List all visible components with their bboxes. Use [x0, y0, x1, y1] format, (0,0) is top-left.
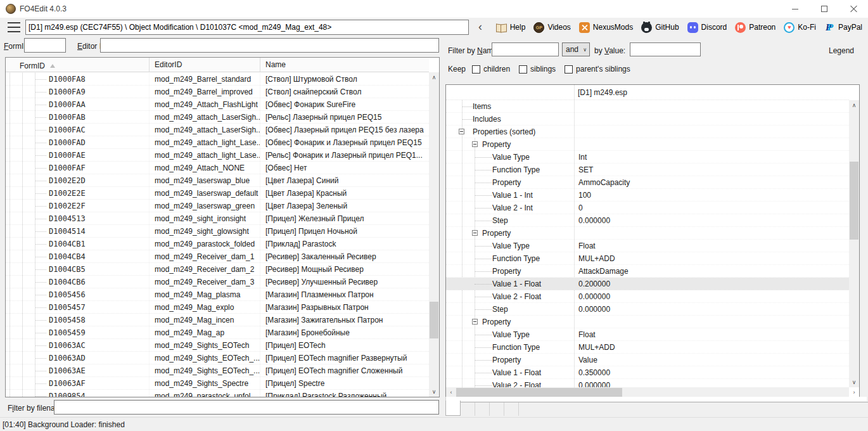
[Ствол] снайперский Ствол[interactable]: D1000FA9 mod_m249_Barrel_improved [Ствол… [6, 86, 429, 98]
[Рельс] Фонарик и Лазерный прицел PEQ1...[interactable]: D1000FAE mod_m249_attach_light_Lase... [… [6, 149, 429, 162]
[Прицел] Железный Прицел[interactable]: D1004513 mod_m249_sight_ironsight [Прице… [6, 212, 429, 225]
[Магазин] Бронебойные[interactable]: D1005459 mod_m249_Mag_ap [Магазин] Броне… [6, 326, 429, 339]
tree-row[interactable]: PropertyAttackDamage [446, 265, 849, 278]
maximize-button[interactable] [810, 0, 839, 18]
[Обвес] Фонарик SureFire[interactable]: D1000FAA mod_m249_Attach_FlashLight [Обв… [6, 98, 429, 111]
tree-row[interactable]: Property [446, 138, 849, 151]
tree-row[interactable]: Step0.000000 [446, 303, 849, 316]
[Цвет Лазера] Зеленый[interactable]: D1002E2F mod_m249_laserswap_green [Цвет … [6, 200, 429, 212]
scroll-down-icon[interactable]: ∨ [429, 387, 439, 397]
tree-row[interactable]: Function TypeMUL+ADD [446, 252, 849, 265]
tree-row[interactable]: Value TypeFloat [446, 240, 849, 252]
scroll-down-icon[interactable]: ∨ [849, 377, 859, 387]
[Рельс] Лазерный прицел PEQ15[interactable]: D1000FAB mod_m249_attach_LaserSigh... [Р… [6, 111, 429, 124]
kofi-link[interactable]: Ko-Fi [784, 22, 816, 33]
tree-row[interactable]: Value 2 - Float0.000000 [446, 290, 849, 303]
tab[interactable] [461, 402, 475, 416]
column-header-formid[interactable]: FormID [6, 58, 149, 72]
[Обвес] Лазерный прицел PEQ15 без лазера[interactable]: D1000FAC mod_m249_attach_LaserSigh... [О… [6, 124, 429, 136]
filter-by-filename-input[interactable] [54, 400, 439, 415]
tree-row[interactable]: Value TypeInt [446, 151, 849, 164]
keep-checkbox[interactable]: children [472, 65, 510, 74]
tree-row[interactable]: Function TypeSET [446, 164, 849, 176]
tree-row[interactable]: Value 1 - Float0.350000 [446, 366, 849, 379]
collapse-toggle-icon[interactable] [472, 319, 478, 325]
collapse-toggle-icon[interactable] [472, 141, 478, 147]
tree-row[interactable]: Value 2 - Int0 [446, 202, 849, 214]
tree-row[interactable]: Step0.000000 [446, 214, 849, 227]
scroll-right-icon[interactable]: › [849, 387, 859, 397]
breadcrumb[interactable] [25, 20, 469, 35]
[Прицел] Прицел Ночьной[interactable]: D1004514 mod_m249_sight_glowsight [Прице… [6, 225, 429, 238]
tree-row[interactable]: PropertyValue [446, 354, 849, 366]
[Магазин] Зажигательных Патрон[interactable]: D1005458 mod_m249_Mag_incen [Магазин] За… [6, 314, 429, 326]
[Прицел] Spectre[interactable]: D10063AF mod_m249_Sights_Spectre [Прицел… [6, 377, 429, 390]
tab[interactable] [475, 402, 490, 416]
tree-row[interactable]: Items [446, 100, 849, 113]
tree-row[interactable]: Property [446, 227, 849, 240]
[Ресивер] Мощный Ресивер[interactable]: D1004CB5 mod_m249_Receiver_dam_2 [Ресиве… [6, 263, 429, 276]
keep-checkbox[interactable]: parent's siblings [565, 65, 630, 74]
[Магазин] Разрывных Патрон[interactable]: D1005457 mod_m249_Mag_explo [Магазин] Ра… [6, 301, 429, 314]
collapse-toggle-icon[interactable] [459, 129, 464, 134]
[Приклад] Parastock[interactable]: D1004CB1 mod_m249_parastock_folded [Прик… [6, 238, 429, 250]
[Ствол] Штурмовой Ствол[interactable]: D1000FA8 mod_m249_Barrel_standard [Ствол… [6, 73, 429, 86]
scrollbar-thumb[interactable] [850, 162, 858, 240]
tree-row[interactable]: Value TypeFloat [446, 328, 849, 341]
[Обвес] Фонарик и Лазерный прицел PEQ15[interactable]: D1000FAD mod_m249_attach_light_Lase... [… [6, 136, 429, 149]
[Приклад] Parastock Разложенный[interactable]: D1009854 mod_m249_parastock_unfol... [Пр… [6, 390, 429, 397]
discord-link[interactable]: Discord [687, 22, 727, 33]
videos-link[interactable]: Videos [533, 22, 570, 33]
[Обвес] Нет[interactable]: D1000FAF mod_m249_Attach_NONE [Обвес] Не… [6, 162, 429, 174]
tree-row[interactable]: Includes [446, 113, 849, 125]
paypal-link[interactable]: PayPal [824, 22, 862, 33]
tree-row[interactable]: Function TypeMUL+ADD [446, 341, 849, 354]
[Прицел] EOTech[interactable]: D10063AC mod_m249_Sights_EOTech [Прицел]… [6, 339, 429, 352]
nexusmods-link[interactable]: NexusMods [579, 22, 633, 33]
tab[interactable] [504, 402, 519, 416]
checkbox-icon[interactable] [472, 65, 480, 74]
tree-row[interactable]: Properties (sorted) [446, 125, 849, 138]
tree-row[interactable]: Value 1 - Int100 [446, 189, 849, 202]
[Цвет Лазера] Красный[interactable]: D1002E2E mod_m249_laserswap_default [Цве… [6, 187, 429, 200]
formid-input[interactable] [24, 38, 66, 53]
scroll-up-icon[interactable]: ∧ [849, 100, 859, 110]
filter-by-value-input[interactable] [630, 42, 701, 56]
scroll-up-icon[interactable]: ∧ [429, 72, 439, 82]
tab[interactable] [445, 401, 461, 416]
legend-link[interactable]: Legend [829, 46, 854, 55]
column-header-editorid[interactable]: EditorID [149, 58, 260, 72]
scrollbar-thumb[interactable] [456, 388, 622, 397]
tree-row[interactable]: PropertyAmmoCapacity [446, 176, 849, 189]
table-vertical-scrollbar[interactable]: ∧ ∨ [429, 72, 439, 397]
patreon-link[interactable]: Patreon [735, 22, 775, 33]
tree-column-header[interactable]: [D1] m249.esp [446, 85, 849, 100]
[Ресивер] Закаленный Ресивер[interactable]: D1004CB4 mod_m249_Receiver_dam_1 [Ресиве… [6, 250, 429, 263]
[Прицел] EOTech magnifier Развернутый[interactable]: D10063AD mod_m249_Sights_EOTech_... [При… [6, 352, 429, 364]
tree-row[interactable]: Value 1 - Float0.200000 [446, 278, 849, 290]
[Прицел] EOTech magnifier Сложенный[interactable]: D10063AE mod_m249_Sights_EOTech_... [При… [6, 364, 429, 377]
help-link[interactable]: Help [496, 22, 526, 33]
tree-horizontal-scrollbar[interactable]: ‹ › [446, 387, 849, 397]
minimize-button[interactable] [781, 0, 810, 18]
tree-vertical-scrollbar[interactable]: ∧ ∨ [849, 100, 859, 387]
close-button[interactable] [839, 0, 868, 18]
editorid-input[interactable] [100, 38, 439, 53]
filter-operator-select[interactable]: and ∨ [562, 42, 590, 56]
keep-checkbox[interactable]: siblings [519, 65, 556, 74]
column-header-name[interactable]: Name [260, 58, 429, 72]
back-button[interactable]: ‹ [473, 20, 487, 35]
[Магазин] Плазменных Патрон[interactable]: D1005456 mod_m249_Mag_plasma [Магазин] П… [6, 288, 429, 301]
tree-row[interactable]: Property [446, 316, 849, 328]
checkbox-icon[interactable] [519, 65, 527, 74]
[Цвет Лазера] Синий[interactable]: D1002E2D mod_m249_laserswap_blue [Цвет Л… [6, 174, 429, 187]
[Ресивер] Улучшенный Ресивер[interactable]: D1004CB6 mod_m249_Receiver_dam_3 [Ресиве… [6, 276, 429, 288]
main-menu-button[interactable] [8, 22, 20, 32]
filter-by-name-input[interactable] [492, 42, 559, 56]
scroll-left-icon[interactable]: ‹ [446, 387, 456, 397]
tree-row[interactable]: Value 2 - Float0.000000 [446, 379, 849, 387]
tab[interactable] [490, 402, 504, 416]
checkbox-icon[interactable] [565, 65, 573, 74]
collapse-toggle-icon[interactable] [472, 230, 478, 236]
github-link[interactable]: GitHub [641, 22, 679, 33]
